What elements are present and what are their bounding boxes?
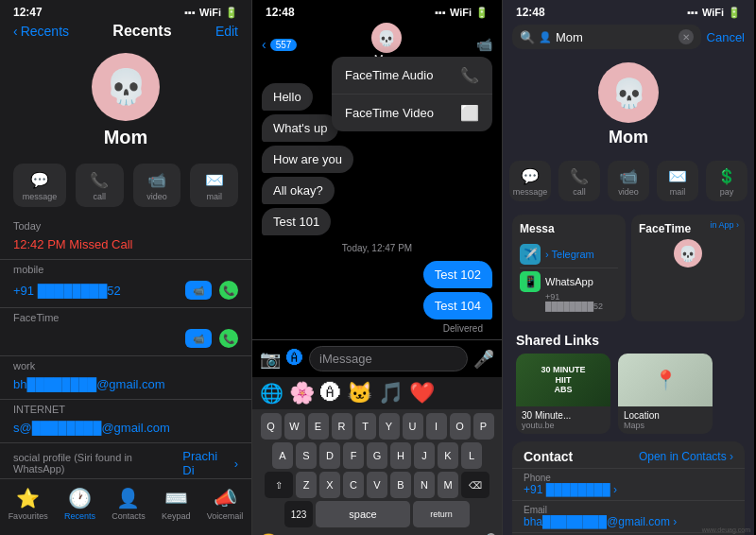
tab-voicemail[interactable]: 📣 Voicemail — [207, 487, 244, 521]
tab-recents[interactable]: 🕐 Recents — [64, 487, 95, 521]
message-button[interactable]: 💬 message — [13, 164, 66, 207]
person-icon: 👤 — [116, 487, 140, 509]
key-g[interactable]: G — [367, 442, 387, 469]
search-cancel-button[interactable]: Cancel — [707, 30, 745, 44]
app-store-icon[interactable]: 🅐 — [286, 349, 303, 370]
p2-back-button[interactable]: ‹ 557 — [262, 37, 297, 52]
telegram-row[interactable]: ✈️ › Telegram — [520, 241, 618, 268]
wifi-icon: WiFi — [199, 7, 221, 18]
key-return[interactable]: return — [413, 501, 470, 527]
video-label: video — [146, 192, 167, 201]
key-space[interactable]: space — [316, 501, 410, 527]
message-input[interactable]: iMessage — [309, 346, 468, 371]
key-u[interactable]: U — [403, 413, 423, 440]
keyboard-row-1: Q W E R T Y U I O P — [254, 413, 500, 440]
search-input-wrap[interactable]: 🔍 👤 Mom ✕ — [512, 25, 701, 49]
key-f[interactable]: F — [343, 442, 364, 469]
emoji-apps[interactable]: 🅐 — [320, 381, 341, 406]
mic-button[interactable]: 🎤 — [473, 349, 494, 370]
call-button[interactable]: 📞 call — [76, 164, 124, 207]
p3-pay-btn[interactable]: 💲 pay — [706, 161, 747, 201]
key-delete[interactable]: ⌫ — [461, 472, 490, 498]
contact-phone-field[interactable]: Phone +91 ████████ › — [512, 468, 745, 500]
facetime-video-item[interactable]: FaceTime Video ⬜ — [332, 95, 492, 131]
key-i[interactable]: I — [426, 413, 447, 440]
whatsapp-row[interactable]: 📱 WhatsApp +91 ████████52 — [520, 268, 618, 314]
camera-icon[interactable]: 📷 — [260, 349, 281, 370]
emoji-flowers[interactable]: 🌸 — [289, 381, 315, 406]
panel-imessage: 12:48 ▪▪▪ WiFi 🔋 ‹ 557 💀 Mom 📹 FaceTime … — [251, 0, 503, 535]
back-button-recents[interactable]: ‹ Recents — [13, 24, 69, 39]
key-shift[interactable]: ⇧ — [265, 472, 293, 498]
p3-contact-name: Mom — [609, 128, 648, 147]
key-a[interactable]: A — [272, 442, 293, 469]
key-r[interactable]: R — [332, 413, 352, 440]
key-n[interactable]: N — [414, 472, 435, 498]
key-j[interactable]: J — [414, 442, 435, 469]
p3-video-btn[interactable]: 📹 video — [608, 161, 649, 201]
key-e[interactable]: E — [308, 413, 329, 440]
maps-link-info: Location Maps — [618, 406, 713, 434]
avatar-emoji: 💀 — [105, 67, 147, 107]
key-t[interactable]: T — [355, 413, 376, 440]
tab-contacts[interactable]: 👤 Contacts — [112, 487, 146, 521]
key-y[interactable]: Y — [379, 413, 400, 440]
key-x[interactable]: X — [319, 472, 340, 498]
key-123[interactable]: 123 — [284, 501, 313, 527]
p3-message-btn[interactable]: 💬 message — [509, 161, 551, 201]
key-v[interactable]: V — [367, 472, 387, 498]
facetime-column: FaceTime in App › 💀 — [631, 215, 745, 321]
p3-call-btn[interactable]: 📞 call — [558, 161, 600, 201]
facetime-audio-button[interactable]: 📹 — [185, 281, 212, 300]
key-s[interactable]: S — [296, 442, 317, 469]
key-p[interactable]: P — [473, 413, 494, 440]
mobile-number-row[interactable]: +91 ████████52 📹 📞 — [13, 277, 238, 303]
msg-test102: Test 102 — [423, 261, 492, 288]
call-mobile-button[interactable]: 📞 — [219, 281, 238, 300]
work-label: work — [13, 360, 238, 371]
search-text-value[interactable]: Mom — [556, 30, 675, 44]
facetime-video-button[interactable]: 📹 — [185, 329, 212, 348]
facetime-row[interactable]: 📹 📞 — [13, 325, 238, 352]
facetime-label: FaceTime — [13, 312, 238, 323]
internet-label: INTERNET — [13, 404, 238, 415]
p3-quick-actions: 💬 message 📞 call 📹 video ✉️ mail 💲 pay — [503, 155, 754, 207]
emoji-keyboard-icon[interactable]: 🌐 — [260, 382, 284, 405]
missed-call-row[interactable]: 12:42 PM Missed Call — [13, 233, 238, 255]
facetime-phone-button[interactable]: 📞 — [219, 329, 238, 348]
nav-title-recents: Recents — [112, 23, 171, 40]
youtube-link-card[interactable]: 30 MINUTEHIITABS 30 Minute... youtu.be — [516, 354, 610, 434]
video-button[interactable]: 📹 video — [133, 164, 181, 207]
emoji-cat[interactable]: 🐱 — [347, 381, 372, 406]
key-h[interactable]: H — [390, 442, 411, 469]
p2-video-button[interactable]: 📹 — [476, 37, 492, 52]
facetime-audio-item[interactable]: FaceTime Audio 📞 — [332, 57, 492, 95]
key-l[interactable]: L — [461, 442, 482, 469]
nav-bar-1: ‹ Recents Recents Edit — [0, 21, 251, 45]
tab-favourites[interactable]: ⭐ Favourites — [9, 487, 48, 521]
internet-section: INTERNET s@████████@gmail.com — [0, 400, 251, 443]
key-c[interactable]: C — [343, 472, 364, 498]
emoji-music[interactable]: 🎵 — [378, 381, 404, 406]
open-in-contacts-btn[interactable]: Open in Contacts › — [639, 450, 733, 463]
maps-link-card[interactable]: 📍 Location Maps — [618, 354, 713, 434]
search-clear-button[interactable]: ✕ — [679, 29, 694, 44]
msg-timestamp: Today, 12:47 PM — [262, 243, 492, 253]
key-b[interactable]: B — [390, 472, 411, 498]
mail-button[interactable]: ✉️ mail — [190, 164, 238, 207]
key-d[interactable]: D — [319, 442, 340, 469]
work-email-row[interactable]: bh████████@gmail.com — [13, 373, 238, 395]
panel-search: 12:48 ▪▪▪ WiFi 🔋 🔍 👤 Mom ✕ Cancel 💀 Mom … — [503, 0, 754, 535]
key-m[interactable]: M — [438, 472, 458, 498]
p3-mail-btn[interactable]: ✉️ mail — [657, 161, 698, 201]
key-z[interactable]: Z — [296, 472, 317, 498]
edit-button[interactable]: Edit — [215, 24, 238, 39]
emoji-heart[interactable]: ❤️ — [409, 381, 435, 406]
watermark: www.deuag.com — [702, 526, 750, 533]
key-o[interactable]: O — [450, 413, 471, 440]
key-q[interactable]: Q — [261, 413, 282, 440]
internet-email-row[interactable]: s@████████@gmail.com — [13, 417, 238, 439]
key-w[interactable]: W — [284, 413, 305, 440]
key-k[interactable]: K — [438, 442, 458, 469]
tab-keypad[interactable]: ⌨️ Keypad — [162, 487, 191, 521]
